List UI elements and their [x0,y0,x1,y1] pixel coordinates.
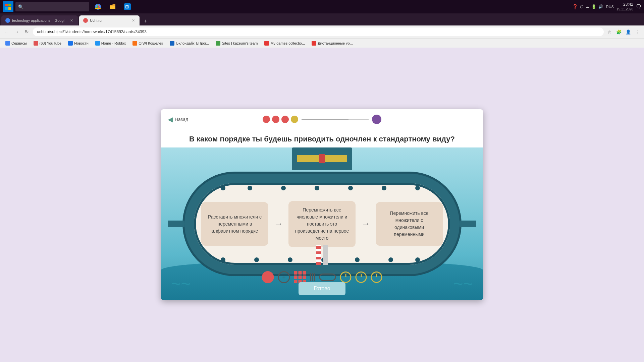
system-tray: ❓ ⬡ ☁ 🔋 🔊 [572,4,603,9]
ctrl-line [314,273,315,281]
step-arrow-1: → [268,219,288,229]
address-input[interactable] [33,27,604,36]
control-circle-outline: + [278,271,290,283]
gauge-1 [340,272,352,283]
control-pill [319,274,336,281]
progress-indicator [263,115,381,124]
bookmark-icon [95,41,100,46]
tentacle-right: ~~ [453,274,473,294]
bookmark-label: Ъклондайк ЪПрог... [176,41,209,45]
menu-icon[interactable]: ⋮ [634,28,641,36]
tab-google[interactable]: technology applications – Googl... ✕ [1,15,78,25]
gauge-2 [356,272,367,283]
bookmark-label: QIWI Кошелек [139,41,163,45]
question-text: В каком порядке ты будешь приводить одно… [171,135,473,143]
ready-button[interactable]: Готово [299,282,345,295]
bookmark-icon [5,41,10,46]
bookmark-qiwi[interactable]: QIWI Кошелек [130,40,166,46]
tab-close-uchi[interactable]: ✕ [131,18,136,23]
tab-uchi[interactable]: Uchi.ru ✕ [79,15,140,25]
reload-button[interactable]: ↻ [23,28,31,36]
back-button[interactable]: ◀ Назад [168,115,188,123]
bookmarks-bar: Сервисы (68) YouTube Новости Home - Robl… [0,38,644,48]
taskbar: 🔍 ⊞ ❓ ⬡ [0,0,644,13]
start-button[interactable] [3,1,13,12]
extensions-icon[interactable]: 🧩 [615,28,623,36]
porthole-dot [254,257,259,262]
control-lines [310,273,315,281]
bookmark-star-icon[interactable]: ☆ [606,28,613,36]
profile-icon[interactable]: 👤 [625,28,632,36]
control-circle-red [262,271,274,283]
tab-close-google[interactable]: ✕ [69,18,74,23]
progress-dot-4 [291,116,298,123]
pipe-plain [323,245,328,265]
progress-fill [302,119,348,120]
grid-dot [294,271,298,275]
bookmark-label: Сервисы [11,41,27,45]
help-icon: ❓ [572,4,578,9]
bookmark-icon [264,41,269,46]
svg-text:⊞: ⊞ [125,4,129,9]
bookmark-label: Новости [74,41,89,45]
step-text-1: Расставить множители с переменными в алф… [207,214,263,235]
step-box-1[interactable]: Расставить множители с переменными в алф… [201,202,268,246]
bookmark-icon [312,41,316,46]
submarine-pipes [316,245,328,265]
ctrl-line [312,273,313,281]
question-area: В каком порядке ты будешь приводить одно… [161,129,483,147]
bookmark-klondike[interactable]: Ъклондайк ЪПрог... [167,40,212,46]
porthole-dot [415,257,420,262]
grid-dot [294,280,298,283]
taskbar-search[interactable]: 🔍 [15,2,89,11]
svg-rect-1 [8,4,11,6]
porthole-dot [348,186,353,190]
porthole-dot [315,186,319,190]
address-bar: ← → ↻ ☆ 🧩 👤 ⋮ [0,25,644,38]
periscope-bar [297,155,347,162]
battery-icon: 🔋 [591,4,596,9]
bookmark-roblox[interactable]: Home - Roblox [93,40,128,46]
grid-dot [294,276,298,279]
step-box-2[interactable]: Перемножить все числовые множители и пос… [288,201,356,247]
right-connector [460,221,476,227]
svg-rect-0 [5,4,8,6]
left-connector [168,221,184,227]
porthole-dot [382,186,386,190]
svg-rect-7 [110,6,115,9]
bookmark-youtube[interactable]: (68) YouTube [31,40,64,46]
tab-favicon-uchi [83,18,88,23]
uchi-card: ◀ Назад В каком порядке ты будешь привод… [161,109,483,300]
porthole-dot [355,257,360,262]
new-tab-button[interactable]: + [141,17,150,25]
porthole-dot [281,186,286,190]
grid-dot [303,271,306,275]
bookmark-distance[interactable]: Дистанционные ур... [309,40,356,46]
bookmark-kazeum[interactable]: Sites | kazeum's team [213,40,260,46]
porthole-dot [388,257,393,262]
notification-icon[interactable]: 🗨 [636,4,641,10]
bookmark-games[interactable]: My games collectio... [262,40,308,46]
step-box-3[interactable]: Перемножить все множители с одинаковыми … [376,202,443,246]
volume-icon: 🔊 [598,4,603,9]
bookmark-services[interactable]: Сервисы [3,40,30,46]
progress-dot-last [372,115,381,124]
address-right-icons: ☆ 🧩 👤 ⋮ [606,28,641,36]
submarine-oval-track: Расставить множители с переменными в алф… [184,174,460,274]
pipe-striped [316,245,321,265]
step-arrow-2: → [356,219,376,229]
bookmark-label: Home - Roblox [101,41,126,45]
bookmark-novosti[interactable]: Новости [65,40,91,46]
grid-dot [303,276,306,279]
grid-dot [299,276,302,279]
taskbar-app-files[interactable] [106,1,119,13]
forward-nav-button[interactable]: → [13,28,21,36]
taskbar-app-store[interactable]: ⊞ [121,1,134,13]
back-nav-button[interactable]: ← [3,28,11,36]
tab-title-uchi: Uchi.ru [90,18,129,22]
step-text-2: Перемножить все числовые множители и пос… [294,206,350,242]
periscope-knob [319,154,325,163]
submarine-bottom-controls: + [262,271,382,283]
taskbar-app-chrome[interactable] [91,1,105,13]
tab-favicon-google [5,18,10,23]
